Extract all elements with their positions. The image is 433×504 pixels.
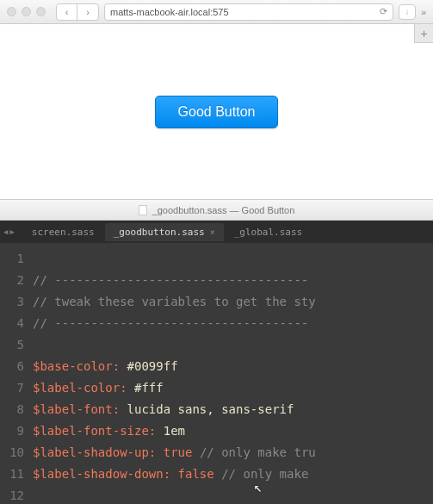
code-line: // ----------------------------------- xyxy=(33,270,433,291)
new-tab-button[interactable]: + xyxy=(414,24,433,43)
code-lines[interactable]: // ----------------------------------- /… xyxy=(33,248,433,504)
code-line: $label-font: lucida sans, sans-serif xyxy=(33,399,433,420)
line-number: 3 xyxy=(0,291,24,313)
close-icon[interactable]: × xyxy=(210,227,215,237)
line-number: 7 xyxy=(0,377,24,399)
nav-buttons: ‹ › xyxy=(56,3,99,21)
editor-tabs: ◀ ▶ screen.sass _goodbutton.sass × _glob… xyxy=(0,221,433,243)
code-line: $label-shadow-down: false // only make xyxy=(33,464,433,485)
reload-icon[interactable]: ⟳ xyxy=(380,6,387,17)
overflow-icon[interactable]: » xyxy=(421,7,426,17)
line-number: 5 xyxy=(0,334,24,356)
line-number: 10 xyxy=(0,442,24,464)
minimize-window-icon[interactable] xyxy=(22,7,31,16)
code-line xyxy=(33,248,433,270)
code-line: $label-shadow-up: true // only make tru xyxy=(33,442,433,464)
toolbar-right: ↓ » xyxy=(399,4,426,20)
zoom-window-icon[interactable] xyxy=(36,7,46,16)
tab-label: screen.sass xyxy=(32,227,95,238)
code-line: // tweak these variables to get the sty xyxy=(33,291,433,313)
tab-label: _goodbutton.sass xyxy=(114,227,205,238)
tab-goodbutton[interactable]: _goodbutton.sass × xyxy=(105,223,224,241)
line-number: 11 xyxy=(0,464,24,485)
address-bar[interactable]: matts-macbook-air.local:575 ⟳ xyxy=(104,3,393,21)
tab-nav: ◀ ▶ xyxy=(3,227,15,236)
code-line xyxy=(33,334,433,356)
line-number: 2 xyxy=(0,270,24,291)
tab-label: _global.sass xyxy=(234,227,302,238)
file-icon xyxy=(139,205,147,215)
tab-global[interactable]: _global.sass xyxy=(226,223,311,241)
demo-button[interactable]: Good Button xyxy=(155,96,279,128)
line-gutter: 1 2 3 4 5 6 7 8 9 10 11 12 xyxy=(0,248,33,504)
line-number: 4 xyxy=(0,313,24,334)
code-editor: ◀ ▶ screen.sass _goodbutton.sass × _glob… xyxy=(0,221,433,504)
line-number: 6 xyxy=(0,356,24,377)
window-controls xyxy=(7,7,46,16)
browser-viewport: + Good Button xyxy=(0,24,433,200)
close-window-icon[interactable] xyxy=(7,7,16,16)
code-line: $base-color: #0099ff xyxy=(33,356,433,377)
line-number: 12 xyxy=(0,485,24,504)
code-line: // ----------------------------------- xyxy=(33,313,433,334)
back-button[interactable]: ‹ xyxy=(57,4,77,20)
code-line xyxy=(33,485,433,504)
browser-toolbar: ‹ › matts-macbook-air.local:575 ⟳ ↓ » xyxy=(0,0,433,24)
line-number: 1 xyxy=(0,248,24,270)
editor-titlebar: _goodbutton.sass — Good Button xyxy=(0,200,433,221)
line-number: 9 xyxy=(0,420,24,442)
forward-button[interactable]: › xyxy=(77,4,98,20)
code-line: $label-color: #fff xyxy=(33,377,433,399)
code-line: $label-font-size: 1em xyxy=(33,420,433,442)
editor-title: _goodbutton.sass — Good Button xyxy=(152,205,295,215)
tab-next-icon[interactable]: ▶ xyxy=(9,227,14,236)
url-text: matts-macbook-air.local:575 xyxy=(110,7,229,17)
tab-screen[interactable]: screen.sass xyxy=(23,223,103,241)
tab-prev-icon[interactable]: ◀ xyxy=(3,227,8,236)
line-number: 8 xyxy=(0,399,24,420)
code-area[interactable]: 1 2 3 4 5 6 7 8 9 10 11 12 // ----------… xyxy=(0,243,433,504)
downloads-icon[interactable]: ↓ xyxy=(399,4,416,20)
